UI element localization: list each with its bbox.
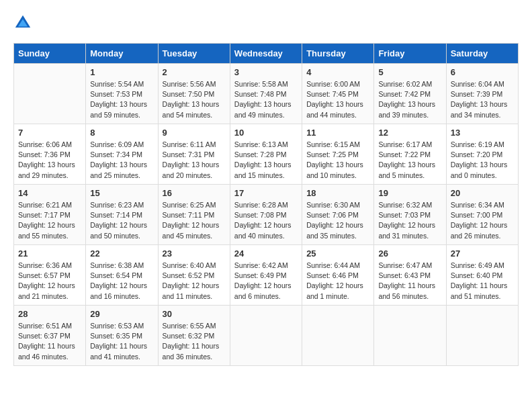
calendar-cell: 3Sunrise: 5:58 AM Sunset: 7:48 PM Daylig…	[230, 64, 302, 124]
day-number: 6	[451, 67, 514, 77]
day-info: Sunrise: 6:55 AM Sunset: 6:32 PM Dayligh…	[163, 321, 226, 362]
day-info: Sunrise: 6:51 AM Sunset: 6:37 PM Dayligh…	[18, 321, 81, 362]
calendar-cell	[302, 306, 374, 366]
day-info: Sunrise: 6:44 AM Sunset: 6:46 PM Dayligh…	[306, 261, 369, 302]
logo	[13, 13, 35, 32]
day-info: Sunrise: 6:32 AM Sunset: 7:03 PM Dayligh…	[378, 200, 441, 241]
day-info: Sunrise: 5:54 AM Sunset: 7:53 PM Dayligh…	[90, 79, 153, 120]
calendar-cell	[14, 64, 86, 124]
day-info: Sunrise: 6:06 AM Sunset: 7:36 PM Dayligh…	[18, 140, 81, 181]
day-info: Sunrise: 6:04 AM Sunset: 7:39 PM Dayligh…	[451, 79, 514, 120]
week-row-4: 21Sunrise: 6:36 AM Sunset: 6:57 PM Dayli…	[14, 245, 519, 306]
calendar-cell	[230, 306, 302, 366]
day-number: 10	[234, 128, 298, 138]
calendar-cell	[374, 306, 446, 366]
day-info: Sunrise: 6:17 AM Sunset: 7:22 PM Dayligh…	[378, 140, 441, 181]
calendar-cell: 8Sunrise: 6:09 AM Sunset: 7:34 PM Daylig…	[86, 124, 158, 185]
calendar-cell: 25Sunrise: 6:44 AM Sunset: 6:46 PM Dayli…	[302, 245, 374, 306]
calendar-cell: 20Sunrise: 6:34 AM Sunset: 7:00 PM Dayli…	[446, 185, 518, 245]
calendar-cell: 19Sunrise: 6:32 AM Sunset: 7:03 PM Dayli…	[374, 185, 446, 245]
day-number: 22	[90, 248, 153, 259]
calendar-cell: 30Sunrise: 6:55 AM Sunset: 6:32 PM Dayli…	[158, 306, 230, 366]
day-number: 2	[163, 67, 226, 77]
day-number: 1	[90, 67, 153, 77]
day-info: Sunrise: 6:21 AM Sunset: 7:17 PM Dayligh…	[18, 200, 81, 241]
calendar-cell: 9Sunrise: 6:11 AM Sunset: 7:31 PM Daylig…	[158, 124, 230, 185]
day-info: Sunrise: 6:53 AM Sunset: 6:35 PM Dayligh…	[90, 321, 153, 362]
day-number: 16	[163, 188, 226, 198]
day-number: 12	[378, 128, 441, 138]
day-info: Sunrise: 6:47 AM Sunset: 6:43 PM Dayligh…	[378, 261, 441, 302]
day-info: Sunrise: 6:40 AM Sunset: 6:52 PM Dayligh…	[163, 261, 226, 302]
day-number: 21	[18, 248, 81, 259]
day-number: 20	[451, 188, 514, 198]
day-number: 9	[163, 128, 226, 138]
day-number: 27	[451, 248, 514, 259]
day-number: 14	[18, 188, 81, 198]
day-number: 19	[378, 188, 441, 198]
day-info: Sunrise: 5:58 AM Sunset: 7:48 PM Dayligh…	[234, 79, 298, 120]
weekday-header-monday: Monday	[86, 44, 158, 64]
day-info: Sunrise: 6:38 AM Sunset: 6:54 PM Dayligh…	[90, 261, 153, 302]
week-row-2: 7Sunrise: 6:06 AM Sunset: 7:36 PM Daylig…	[14, 124, 519, 185]
calendar-cell: 5Sunrise: 6:02 AM Sunset: 7:42 PM Daylig…	[374, 64, 446, 124]
calendar-cell: 29Sunrise: 6:53 AM Sunset: 6:35 PM Dayli…	[86, 306, 158, 366]
day-info: Sunrise: 6:02 AM Sunset: 7:42 PM Dayligh…	[378, 79, 441, 120]
weekday-header-sunday: Sunday	[14, 44, 86, 64]
day-number: 4	[306, 67, 369, 77]
calendar-table: SundayMondayTuesdayWednesdayThursdayFrid…	[13, 43, 519, 366]
calendar-cell: 17Sunrise: 6:28 AM Sunset: 7:08 PM Dayli…	[230, 185, 302, 245]
day-info: Sunrise: 6:11 AM Sunset: 7:31 PM Dayligh…	[163, 140, 226, 181]
day-number: 8	[90, 128, 153, 138]
day-info: Sunrise: 6:49 AM Sunset: 6:40 PM Dayligh…	[451, 261, 514, 302]
day-number: 5	[378, 67, 441, 77]
day-number: 26	[378, 248, 441, 259]
day-info: Sunrise: 6:25 AM Sunset: 7:11 PM Dayligh…	[163, 200, 226, 241]
page-header	[13, 13, 519, 32]
day-number: 17	[234, 188, 298, 198]
day-number: 13	[451, 128, 514, 138]
calendar-cell	[446, 306, 518, 366]
calendar-cell: 23Sunrise: 6:40 AM Sunset: 6:52 PM Dayli…	[158, 245, 230, 306]
day-number: 24	[234, 248, 298, 259]
calendar-cell: 26Sunrise: 6:47 AM Sunset: 6:43 PM Dayli…	[374, 245, 446, 306]
calendar-cell: 21Sunrise: 6:36 AM Sunset: 6:57 PM Dayli…	[14, 245, 86, 306]
day-info: Sunrise: 6:30 AM Sunset: 7:06 PM Dayligh…	[306, 200, 369, 241]
calendar-cell: 7Sunrise: 6:06 AM Sunset: 7:36 PM Daylig…	[14, 124, 86, 185]
day-number: 29	[90, 309, 153, 319]
calendar-cell: 13Sunrise: 6:19 AM Sunset: 7:20 PM Dayli…	[446, 124, 518, 185]
day-info: Sunrise: 6:36 AM Sunset: 6:57 PM Dayligh…	[18, 261, 81, 302]
weekday-header-tuesday: Tuesday	[158, 44, 230, 64]
weekday-header-friday: Friday	[374, 44, 446, 64]
weekday-header-wednesday: Wednesday	[230, 44, 302, 64]
day-number: 18	[306, 188, 369, 198]
logo-icon	[13, 13, 32, 32]
day-number: 11	[306, 128, 369, 138]
day-info: Sunrise: 6:09 AM Sunset: 7:34 PM Dayligh…	[90, 140, 153, 181]
day-info: Sunrise: 6:19 AM Sunset: 7:20 PM Dayligh…	[451, 140, 514, 181]
day-info: Sunrise: 6:23 AM Sunset: 7:14 PM Dayligh…	[90, 200, 153, 241]
day-info: Sunrise: 6:34 AM Sunset: 7:00 PM Dayligh…	[451, 200, 514, 241]
week-row-1: 1Sunrise: 5:54 AM Sunset: 7:53 PM Daylig…	[14, 64, 519, 124]
day-number: 3	[234, 67, 298, 77]
calendar-cell: 4Sunrise: 6:00 AM Sunset: 7:45 PM Daylig…	[302, 64, 374, 124]
day-number: 7	[18, 128, 81, 138]
calendar-cell: 10Sunrise: 6:13 AM Sunset: 7:28 PM Dayli…	[230, 124, 302, 185]
day-info: Sunrise: 6:00 AM Sunset: 7:45 PM Dayligh…	[306, 79, 369, 120]
calendar-cell: 16Sunrise: 6:25 AM Sunset: 7:11 PM Dayli…	[158, 185, 230, 245]
day-info: Sunrise: 6:28 AM Sunset: 7:08 PM Dayligh…	[234, 200, 298, 241]
week-row-3: 14Sunrise: 6:21 AM Sunset: 7:17 PM Dayli…	[14, 185, 519, 245]
weekday-header-row: SundayMondayTuesdayWednesdayThursdayFrid…	[14, 44, 519, 64]
calendar-cell: 11Sunrise: 6:15 AM Sunset: 7:25 PM Dayli…	[302, 124, 374, 185]
calendar-cell: 12Sunrise: 6:17 AM Sunset: 7:22 PM Dayli…	[374, 124, 446, 185]
day-number: 28	[18, 309, 81, 319]
calendar-cell: 18Sunrise: 6:30 AM Sunset: 7:06 PM Dayli…	[302, 185, 374, 245]
calendar-cell: 15Sunrise: 6:23 AM Sunset: 7:14 PM Dayli…	[86, 185, 158, 245]
calendar-cell: 1Sunrise: 5:54 AM Sunset: 7:53 PM Daylig…	[86, 64, 158, 124]
weekday-header-thursday: Thursday	[302, 44, 374, 64]
day-number: 25	[306, 248, 369, 259]
day-number: 23	[163, 248, 226, 259]
week-row-5: 28Sunrise: 6:51 AM Sunset: 6:37 PM Dayli…	[14, 306, 519, 366]
calendar-cell: 28Sunrise: 6:51 AM Sunset: 6:37 PM Dayli…	[14, 306, 86, 366]
day-number: 15	[90, 188, 153, 198]
